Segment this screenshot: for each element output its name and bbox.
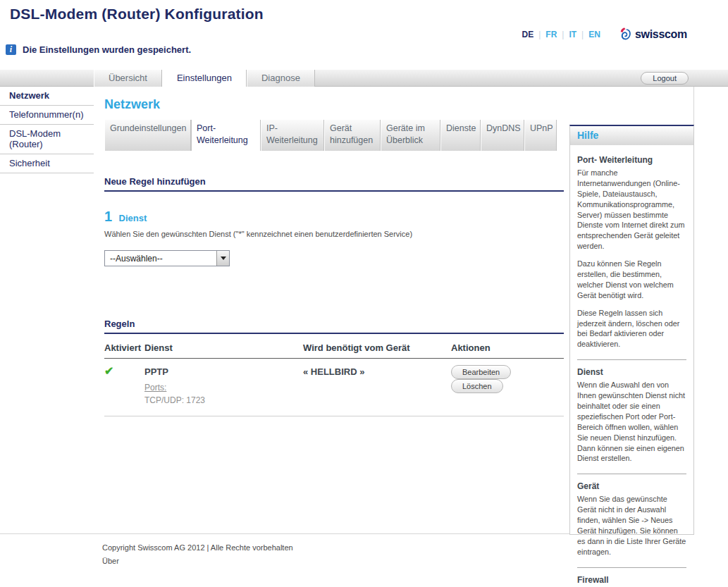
help-heading-geraet: Gerät <box>577 481 686 491</box>
content-area: Netzwerk Grundeinstellungen Port- Weiter… <box>104 87 564 416</box>
page-header: DSL-Modem (Router) Konfiguration DE | FR… <box>0 0 728 70</box>
help-heading-firewall: Firewall <box>577 575 686 585</box>
subtab-geraete-im-ueberblick[interactable]: Geräte im Überblick <box>381 120 440 151</box>
info-icon: i <box>6 44 16 55</box>
brand-name: swisscom <box>635 28 687 41</box>
tab-diagnose[interactable]: Diagnose <box>247 70 315 87</box>
service-select-description: Wählen Sie den gewünschten Dienst ("*" k… <box>104 230 564 238</box>
subtab-port-weiterleitung[interactable]: Port- Weiterleitung <box>191 120 261 151</box>
rules-table: Aktiviert Dienst Wird benötigt vom Gerät… <box>104 335 564 416</box>
help-paragraph: Diese Regeln lassen sich jederzeit änder… <box>577 308 686 350</box>
main-nav-tabs: Übersicht Einstellungen Diagnose <box>94 70 315 87</box>
info-message: Die Einstellungen wurden gespeichert. <box>23 44 191 55</box>
new-rule-section-title: Neue Regel hinzufügen <box>104 176 564 192</box>
rule-device-name: « HELLBIRD » <box>303 366 364 377</box>
column-activated: Aktiviert <box>104 335 144 359</box>
step-line: 1 Dienst <box>104 209 564 225</box>
column-service: Dienst <box>144 335 303 359</box>
help-paragraph: Wenn Sie das gewünschte Gerät nicht in d… <box>577 494 686 557</box>
ports-detail: TCP/UDP: 1723 <box>144 395 205 405</box>
about-link[interactable]: Über <box>102 557 119 565</box>
lang-fr[interactable]: FR <box>545 30 557 39</box>
content-heading: Netzwerk <box>104 97 564 112</box>
subtab-upnp[interactable]: UPnP <box>524 120 557 151</box>
service-select[interactable]: --Auswählen-- <box>104 250 230 266</box>
lang-it[interactable]: IT <box>569 30 576 39</box>
logout-button[interactable]: Logout <box>641 72 689 85</box>
help-heading-dienst: Dienst <box>577 367 686 377</box>
language-bar: DE | FR | IT | EN swisscom <box>517 27 687 42</box>
column-actions: Aktionen <box>451 335 564 359</box>
help-divider <box>577 359 686 360</box>
rules-section-title: Regeln <box>104 319 564 334</box>
help-paragraph: Dazu können Sie Regeln erstellen, die be… <box>577 259 686 301</box>
tab-uebersicht[interactable]: Übersicht <box>94 70 162 87</box>
sidebar-item-dsl-modem[interactable]: DSL-Modem (Router) <box>0 125 94 154</box>
rule-service-name: PPTP <box>144 366 168 377</box>
help-divider <box>577 567 686 568</box>
swisscom-lifeform-icon <box>619 27 631 42</box>
activated-check-icon: ✔ <box>104 365 113 377</box>
sidebar-item-netzwerk[interactable]: Netzwerk <box>0 87 94 106</box>
rules-header-row: Aktiviert Dienst Wird benötigt vom Gerät… <box>104 335 564 359</box>
lang-separator: | <box>581 30 584 39</box>
subtab-dienste[interactable]: Dienste <box>440 120 481 151</box>
edit-rule-button[interactable]: Bearbeiten <box>451 365 511 379</box>
select-arrow-button[interactable] <box>216 251 229 266</box>
lang-en[interactable]: EN <box>588 30 600 39</box>
main-area: Netzwerk Telefonnummer(n) DSL-Modem (Rou… <box>0 87 694 534</box>
sidebar-item-telefonnummern[interactable]: Telefonnummer(n) <box>0 106 94 125</box>
chevron-down-icon <box>221 257 226 260</box>
subtab-geraet-hinzufuegen[interactable]: Gerät hinzufügen <box>324 120 381 151</box>
subtab-bar: Grundeinstellungen Port- Weiterleitung I… <box>104 120 564 151</box>
rules-section: Regeln Aktiviert Dienst Wird benötigt vo… <box>104 319 564 416</box>
table-row: ✔ PPTP Ports: TCP/UDP: 1723 « HELLBIRD »… <box>104 359 564 416</box>
service-select-value: --Auswählen-- <box>105 251 216 266</box>
swisscom-logo: swisscom <box>619 27 687 42</box>
lang-separator: | <box>538 30 541 39</box>
subtab-dyndns[interactable]: DynDNS <box>481 120 524 151</box>
help-divider <box>577 474 686 474</box>
delete-rule-button[interactable]: Löschen <box>451 379 503 393</box>
info-message-row: i Die Einstellungen wurden gespeichert. <box>6 44 191 55</box>
lang-separator: | <box>562 30 564 39</box>
lang-de[interactable]: DE <box>522 30 534 39</box>
subtab-ip-weiterleitung[interactable]: IP- Weiterleitung <box>261 120 324 151</box>
help-paragraph: Für manche Internetanwendungen (Online-S… <box>577 168 686 252</box>
sidebar: Netzwerk Telefonnummer(n) DSL-Modem (Rou… <box>0 87 94 173</box>
subtab-grundeinstellungen[interactable]: Grundeinstellungen <box>104 120 191 151</box>
help-heading-port-weiterleitung: Port- Weiterleitung <box>577 155 686 165</box>
tab-einstellungen[interactable]: Einstellungen <box>162 70 247 87</box>
help-paragraph: Wenn die Auswahl den von Ihnen gewünscht… <box>577 380 686 464</box>
sidebar-item-sicherheit[interactable]: Sicherheit <box>0 154 94 173</box>
help-panel-body: Port- Weiterleitung Für manche Interneta… <box>570 145 693 587</box>
step-label: Dienst <box>119 213 147 223</box>
page-title: DSL-Modem (Router) Konfiguration <box>10 6 264 23</box>
column-device: Wird benötigt vom Gerät <box>303 335 451 359</box>
help-panel: Hilfe Port- Weiterleitung Für manche Int… <box>569 125 694 535</box>
main-navbar: Übersicht Einstellungen Diagnose Logout <box>0 70 728 87</box>
ports-link[interactable]: Ports: <box>144 383 166 393</box>
new-rule-section: Neue Regel hinzufügen 1 Dienst Wählen Si… <box>104 176 564 266</box>
help-panel-title: Hilfe <box>570 126 693 145</box>
step-number: 1 <box>104 209 112 224</box>
